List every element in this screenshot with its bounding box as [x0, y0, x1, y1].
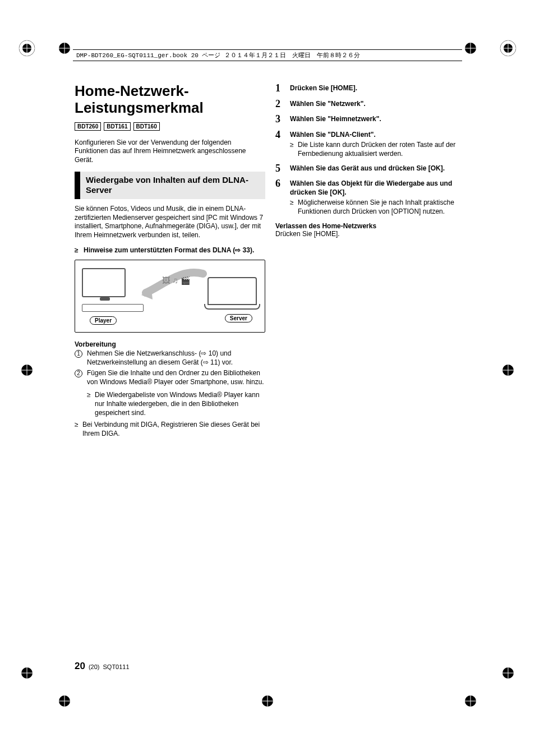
- prep-sub-text: Die Wiedergabeliste von Windows Media® P…: [95, 391, 265, 417]
- crop-mark-icon: [16, 662, 38, 684]
- crop-mark-icon: [53, 37, 76, 59]
- page-sub-number: (20): [89, 663, 100, 670]
- diga-note: ≥ Bei Verbindung mit DIGA, Registrieren …: [75, 421, 265, 438]
- step-text: Wählen Sie das Gerät aus und drücken Sie…: [290, 164, 466, 173]
- crop-mark-icon: [459, 37, 482, 59]
- model-badge: BDT161: [104, 122, 130, 131]
- body-paragraph: Sie können Fotos, Videos und Musik, die …: [75, 205, 265, 239]
- preparation-list: 1 Nehmen Sie die Netzwerkanschluss- (⇨ 1…: [75, 349, 265, 386]
- section-heading: Wiedergabe von Inhalten auf dem DLNA-Ser…: [75, 172, 265, 200]
- dlna-diagram: 🖼 ♫ 🎬 Player Server: [75, 260, 265, 333]
- step-item: 5 Wählen Sie das Gerät aus und drücken S…: [275, 163, 466, 174]
- step-text: Drücken Sie [HOME].: [290, 84, 466, 93]
- step-number: 4: [275, 130, 284, 159]
- crop-mark-icon: [497, 359, 519, 381]
- page-number: 20: [75, 661, 85, 672]
- right-column: 1 Drücken Sie [HOME]. 2 Wählen Sie "Netz…: [275, 83, 466, 441]
- format-hint: ≥ Hinweise zum unterstützten Format des …: [75, 246, 265, 255]
- bullet-icon: ≥: [290, 141, 294, 158]
- crop-mark-icon: [459, 690, 482, 712]
- step-number: 1: [275, 83, 284, 94]
- player-label: Player: [90, 316, 117, 325]
- server-label: Server: [225, 314, 252, 322]
- step-text: Wählen Sie "DLNA-Client".: [290, 131, 466, 140]
- page-title: Home-Netzwerk-Leistungsmerkmal: [75, 83, 265, 117]
- step-item: 3 Wählen Sie "Heimnetzwerk".: [275, 114, 466, 125]
- crop-mark-icon: [497, 37, 519, 59]
- step-text: Wählen Sie "Netzwerk".: [290, 100, 466, 109]
- crop-mark-icon: [256, 690, 279, 712]
- crop-mark-icon: [16, 359, 38, 381]
- exit-body: Drücken Sie [HOME].: [275, 230, 466, 238]
- model-badge: BDT260: [75, 122, 101, 131]
- step-sub-text: Die Liste kann durch Drücken der roten T…: [298, 141, 466, 158]
- step-number: 2: [275, 99, 284, 110]
- model-badge: BDT160: [133, 122, 160, 131]
- circled-number-icon: 2: [75, 370, 82, 377]
- step-number: 5: [275, 163, 284, 174]
- list-item: 2 Fügen Sie die Inhalte und den Ordner z…: [75, 369, 265, 386]
- step-item: 4 Wählen Sie "DLNA-Client". ≥ Die Liste …: [275, 130, 466, 159]
- tv-icon: [82, 268, 126, 297]
- player-icon: [82, 304, 144, 312]
- crop-mark-icon: [497, 662, 519, 684]
- circled-number-icon: 1: [75, 350, 82, 358]
- step-number: 6: [275, 178, 284, 216]
- header-runner: DMP-BDT260_EG-SQT0111_ger.book 20 ページ ２０…: [73, 49, 462, 61]
- step-item: 6 Wählen Sie das Objekt für die Wiederga…: [275, 178, 466, 216]
- exit-heading: Verlassen des Home-Netzwerks: [275, 222, 466, 230]
- media-icons: 🖼 ♫ 🎬: [162, 276, 190, 285]
- laptop-icon: [207, 277, 257, 305]
- steps-list: 1 Drücken Sie [HOME]. 2 Wählen Sie "Netz…: [275, 83, 466, 216]
- prep-item-text: Nehmen Sie die Netzwerkanschluss- (⇨ 10)…: [87, 349, 265, 367]
- music-icon: ♫: [172, 276, 178, 285]
- arrow-icon: [141, 268, 209, 302]
- prep-sub-note: ≥ Die Wiedergabeliste von Windows Media®…: [75, 391, 265, 417]
- diga-note-text: Bei Verbindung mit DIGA, Registrieren Si…: [82, 421, 265, 438]
- format-hint-text: Hinweise zum unterstützten Format des DL…: [84, 246, 254, 255]
- header-runner-text: DMP-BDT260_EG-SQT0111_ger.book 20 ページ ２０…: [76, 52, 360, 59]
- crop-mark-icon: [16, 37, 38, 59]
- model-badges: BDT260 BDT161 BDT160: [75, 122, 265, 131]
- bullet-icon: ≥: [290, 199, 294, 216]
- step-sub-text: Möglicherweise können Sie je nach Inhalt…: [298, 199, 466, 216]
- photo-icon: 🖼: [162, 276, 170, 285]
- preparation-heading: Vorbereitung: [75, 340, 265, 348]
- page: DMP-BDT260_EG-SQT0111_ger.book 20 ページ ２０…: [0, 0, 535, 756]
- step-number: 3: [275, 114, 284, 125]
- step-text: Wählen Sie das Objekt für die Wiedergabe…: [290, 179, 466, 197]
- step-sub-note: ≥ Möglicherweise können Sie je nach Inha…: [290, 199, 466, 216]
- video-icon: 🎬: [181, 276, 190, 285]
- intro-paragraph: Konfigurieren Sie vor der Verwendung der…: [75, 139, 265, 165]
- content-area: Home-Netzwerk-Leistungsmerkmal BDT260 BD…: [75, 83, 467, 441]
- step-text: Wählen Sie "Heimnetzwerk".: [290, 115, 466, 124]
- crop-mark-icon: [53, 690, 76, 712]
- prep-item-text: Fügen Sie die Inhalte und den Ordner zu …: [87, 369, 265, 386]
- step-item: 1 Drücken Sie [HOME].: [275, 83, 466, 94]
- step-item: 2 Wählen Sie "Netzwerk".: [275, 99, 466, 110]
- left-column: Home-Netzwerk-Leistungsmerkmal BDT260 BD…: [75, 83, 265, 441]
- doc-code: SQT0111: [103, 663, 129, 670]
- page-footer: 20 (20) SQT0111: [75, 661, 130, 672]
- bullet-icon: ≥: [75, 246, 80, 255]
- step-sub-note: ≥ Die Liste kann durch Drücken der roten…: [290, 141, 466, 158]
- bullet-icon: ≥: [87, 391, 91, 417]
- list-item: 1 Nehmen Sie die Netzwerkanschluss- (⇨ 1…: [75, 349, 265, 367]
- bullet-icon: ≥: [75, 421, 79, 438]
